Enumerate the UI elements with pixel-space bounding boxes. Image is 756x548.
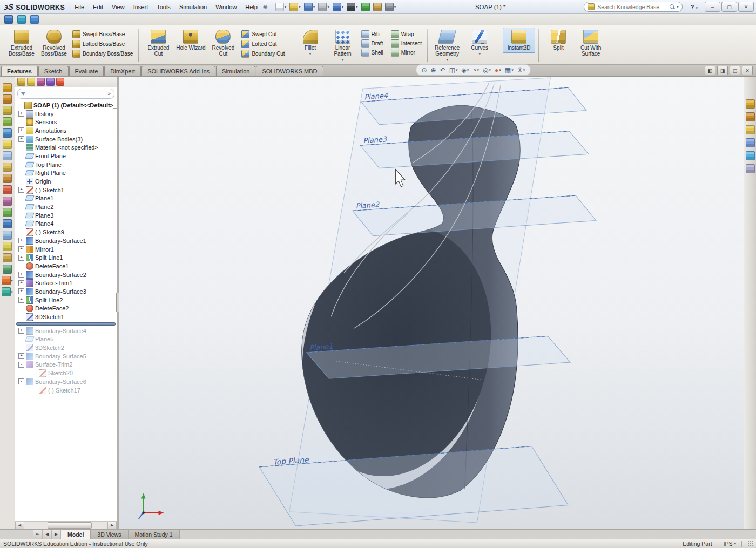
left-toolbar-button[interactable] — [3, 151, 12, 160]
units-selector[interactable]: IPS ▾ — [724, 540, 736, 547]
menu-item[interactable]: Simulation — [175, 2, 211, 12]
left-toolbar-button[interactable] — [3, 265, 12, 274]
ribbon-button[interactable]: Mirror — [390, 49, 423, 57]
dropdown-caret-icon[interactable]: ▾ — [467, 68, 469, 72]
expand-toggle[interactable]: + — [18, 136, 24, 142]
menu-item[interactable]: View — [107, 2, 129, 12]
left-toolbar-button[interactable] — [3, 94, 12, 104]
menu-item[interactable]: Window — [211, 2, 241, 12]
ribbon-button[interactable]: Swept Boss/Base — [71, 30, 134, 38]
tree-item[interactable]: DeleteFace1 — [15, 262, 117, 270]
tree-item[interactable]: + Surface Bodies(3) — [15, 135, 117, 144]
units-caret-icon[interactable]: ▾ — [734, 542, 736, 546]
quick-access-button[interactable]: ▾ — [288, 2, 302, 12]
command-tab[interactable]: SOLIDWORKS Add-Ins — [141, 66, 215, 76]
document-tab[interactable]: Motion Study 1 — [129, 530, 180, 539]
secondary-toolbar-button[interactable] — [29, 15, 40, 24]
heads-up-button[interactable]: ◫ ▾ — [448, 67, 459, 73]
dropdown-caret-icon[interactable]: ▾ — [394, 5, 396, 9]
heads-up-button[interactable]: ↶ — [439, 67, 447, 73]
ribbon-button[interactable]: Fillet ▾ — [294, 28, 327, 64]
tree-item[interactable]: + Surface-Trim1 — [15, 279, 117, 287]
quick-access-button[interactable]: ▾ — [274, 2, 288, 12]
tree-item[interactable]: Right Plane — [15, 169, 117, 178]
tree-item[interactable]: (-) Sketch9 — [15, 228, 117, 236]
tree-filter-input[interactable] — [28, 90, 106, 97]
expand-toggle[interactable]: + — [18, 272, 24, 278]
scroll-left-button[interactable]: ◀ — [15, 522, 24, 529]
expand-toggle[interactable]: + — [18, 187, 24, 193]
left-toolbar-button[interactable] — [3, 128, 12, 138]
help-button[interactable]: ? ▾ — [688, 3, 700, 11]
dropdown-caret-icon[interactable]: ▾ — [11, 279, 13, 283]
featuremanager-design-tree-icon[interactable] — [17, 78, 25, 86]
dropdown-caret-icon[interactable]: ▾ — [313, 5, 315, 9]
command-tab[interactable]: Simulation — [216, 66, 255, 76]
expand-toggle[interactable]: + — [18, 127, 24, 133]
ribbon-button[interactable]: Revolved Boss/Base — [38, 28, 70, 59]
tree-item[interactable]: + Mirror1 — [15, 245, 117, 254]
manager-overflow-chevron[interactable]: » — [108, 91, 111, 97]
scroll-right-button[interactable]: ▶ — [107, 522, 117, 529]
quick-access-button[interactable]: ▾ — [346, 2, 359, 12]
menu-pin-icon[interactable]: ◉ — [263, 4, 268, 10]
expand-toggle[interactable]: + — [18, 353, 24, 359]
heads-up-button[interactable]: ⊙ — [421, 67, 428, 73]
left-toolbar-button[interactable] — [3, 242, 12, 251]
dropdown-caret-icon[interactable]: ▾ — [299, 5, 301, 9]
ribbon-button[interactable]: Draft — [360, 39, 384, 48]
ribbon-button[interactable]: Linear Pattern ▾ — [327, 28, 359, 64]
displaymanager-icon[interactable] — [56, 78, 64, 86]
ribbon-button[interactable]: Extruded Cut — [142, 28, 174, 59]
dropdown-caret-icon[interactable]: ▾ — [511, 68, 514, 72]
quick-access-button[interactable]: ▾ — [317, 2, 330, 12]
tree-filter[interactable]: » — [17, 89, 114, 99]
ribbon-button[interactable]: Curves ▾ — [463, 28, 496, 64]
dropdown-caret-icon[interactable]: ▾ — [523, 68, 525, 72]
left-toolbar-button[interactable] — [3, 197, 12, 206]
previous-window-icon[interactable]: ◧ — [705, 66, 716, 75]
left-toolbar-button[interactable] — [3, 163, 12, 172]
tree-item[interactable]: Plane2 — [15, 202, 117, 211]
dropdown-caret-icon[interactable]: ▾ — [499, 68, 501, 72]
tree-item[interactable]: Top Plane — [15, 160, 117, 169]
ribbon-button[interactable]: Rib — [360, 30, 384, 38]
left-toolbar-button[interactable] — [3, 253, 12, 262]
knowledge-base-search[interactable]: ▾ — [584, 2, 683, 12]
rollback-bar[interactable] — [16, 322, 116, 326]
tree-item[interactable]: Front Plane — [15, 152, 117, 160]
plane-label[interactable]: Plane1 — [309, 342, 334, 352]
dropdown-caret-icon[interactable]: ▾ — [285, 5, 287, 9]
expand-toggle[interactable]: - — [18, 362, 24, 368]
tree-item[interactable]: Plane1 — [15, 194, 117, 203]
minimize-button[interactable]: – — [705, 2, 720, 12]
tree-item[interactable]: Plane3 — [15, 211, 117, 220]
heads-up-button[interactable]: ● ▾ — [494, 67, 502, 73]
tree-item[interactable]: Material <not specified> — [15, 143, 117, 152]
ribbon-button[interactable]: Wrap — [390, 30, 423, 38]
configurationmanager-icon[interactable] — [37, 78, 45, 86]
left-toolbar-button[interactable] — [3, 231, 12, 240]
tree-item[interactable]: + Boundary-Surface2 — [15, 270, 117, 279]
left-toolbar-button[interactable]: ▾ — [2, 287, 13, 296]
command-tab[interactable]: SOLIDWORKS MBD — [256, 66, 323, 76]
search-caret-icon[interactable]: ▾ — [677, 5, 679, 9]
ribbon-button[interactable]: Hole Wizard — [174, 28, 207, 59]
command-tab[interactable]: Sketch — [38, 66, 69, 76]
expand-toggle[interactable]: + — [18, 297, 24, 303]
tree-item[interactable]: + Boundary-Surface4 — [15, 327, 117, 335]
tree-item[interactable]: - Surface-Trim2 — [15, 361, 117, 369]
menu-item[interactable]: File — [70, 2, 89, 12]
expand-toggle[interactable]: + — [18, 238, 24, 243]
expand-toggle[interactable]: + — [18, 288, 24, 294]
search-icon[interactable] — [669, 4, 675, 10]
expand-toggle[interactable]: + — [18, 246, 24, 252]
tree-item[interactable]: + Annotations — [15, 126, 117, 135]
next-window-icon[interactable]: ◨ — [717, 66, 728, 75]
tree-item[interactable]: + Split Line2 — [15, 296, 117, 305]
left-toolbar-button[interactable] — [3, 117, 12, 126]
expand-toggle[interactable]: + — [18, 280, 24, 286]
dropdown-caret-icon[interactable]: ▾ — [477, 68, 480, 72]
heads-up-button[interactable]: ◈ ▾ — [461, 67, 470, 73]
heads-up-button[interactable]: ◎ ▾ — [482, 67, 492, 73]
